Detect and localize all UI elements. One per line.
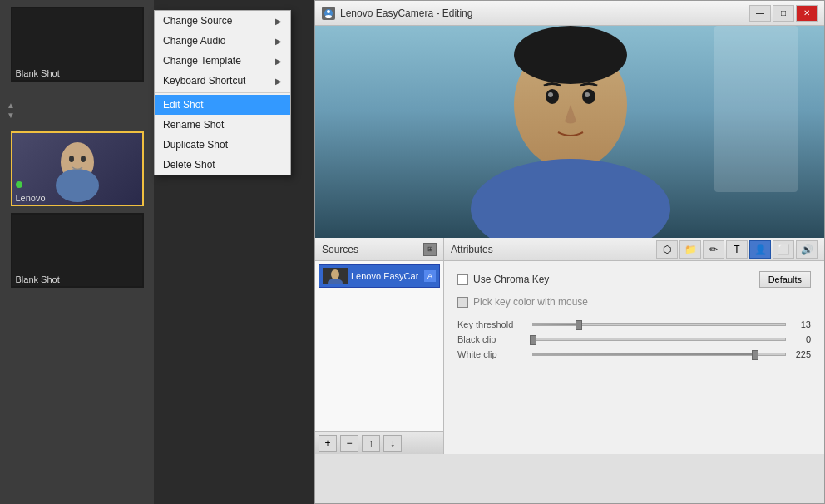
attributes-content: Use Chroma Key Defaults Pick key color w… [444,261,824,454]
shot-label-2: Lenovo [16,193,46,203]
menu-item-change-source[interactable]: Change Source ▶ [155,11,290,31]
title-bar-left: Lenovo EasyCamera - Editing [322,7,472,20]
chroma-key-label[interactable]: Use Chroma Key [457,274,549,285]
attr-icon-person[interactable]: 👤 [749,240,771,259]
svg-point-15 [585,92,590,97]
menu-item-rename-shot[interactable]: Rename Shot [155,115,290,135]
chroma-key-checkbox[interactable] [457,274,468,285]
source-thumb-svg [323,268,348,284]
svg-point-6 [325,15,332,18]
sources-toolbar: + − ↑ ↓ [315,431,443,454]
arrow-icon: ▶ [275,17,282,26]
white-clip-slider[interactable] [532,353,786,356]
attr-icon-tree[interactable]: ⬡ [656,240,678,259]
shot-label-3: Blank Shot [16,274,60,284]
move-down-button[interactable]: ↓ [383,435,402,452]
attributes-label: Attributes [451,244,493,255]
svg-point-5 [327,10,330,13]
svg-point-2 [69,156,74,162]
black-clip-slider[interactable] [532,338,786,341]
shots-panel: Blank Shot + ▲ ▼ Lenovo Blank Shot [0,0,154,504]
svg-point-14 [548,92,553,97]
source-thumbnail [323,268,348,284]
svg-point-3 [81,156,86,162]
menu-item-change-template[interactable]: Change Template ▶ [155,51,290,71]
sources-panel: Sources ⊞ Lenovo EasyCar A [315,238,444,454]
svg-point-17 [331,269,339,279]
sources-area: Sources ⊞ Lenovo EasyCar A [315,238,824,454]
context-menu: Change Source ▶ Change Audio ▶ Change Te… [154,10,291,175]
attr-icon-layout[interactable]: ⬜ [773,240,794,259]
white-clip-row: White clip 225 [457,349,811,359]
key-threshold-label: Key threshold [457,319,532,329]
svg-point-11 [514,26,627,84]
pick-color-row: Pick key color with mouse [457,296,811,308]
close-button[interactable]: ✕ [796,5,818,22]
key-threshold-row: Key threshold 13 [457,319,811,329]
pick-color-label[interactable]: Pick key color with mouse [457,296,588,308]
sources-expand-icon[interactable]: ⊞ [423,243,437,256]
menu-item-delete-shot[interactable]: Delete Shot [155,155,290,175]
defaults-button[interactable]: Defaults [759,271,811,288]
scroll-down-icon[interactable]: ▼ [7,111,15,120]
shot-item-1[interactable]: Blank Shot [11,7,144,82]
shot-item-2[interactable]: Lenovo [11,131,144,206]
scroll-up-icon[interactable]: ▲ [7,101,15,110]
arrow-icon: ▶ [275,37,282,46]
menu-item-duplicate-shot[interactable]: Duplicate Shot [155,135,290,155]
shot-label-1: Blank Shot [16,68,60,78]
attributes-panel: Attributes ⬡ 📁 ✏ T 👤 ⬜ 🔊 Use Chroma Key … [444,238,824,454]
source-lock-icon: A [424,270,436,282]
black-clip-row: Black clip 0 [457,334,811,344]
key-threshold-value: 13 [786,319,811,329]
svg-rect-8 [714,26,798,192]
active-indicator [16,181,22,188]
black-clip-label: Black clip [457,334,532,344]
menu-item-edit-shot[interactable]: Edit Shot [155,95,290,115]
shot-item-3[interactable]: Blank Shot [11,213,144,288]
source-item-1[interactable]: Lenovo EasyCar A [319,264,440,288]
sources-label: Sources [322,244,358,255]
remove-source-button[interactable]: − [340,435,358,452]
menu-item-keyboard-shortcut[interactable]: Keyboard Shortcut ▶ [155,71,290,91]
attr-icon-folder[interactable]: 📁 [679,240,701,259]
chroma-key-row: Use Chroma Key Defaults [457,271,811,288]
add-source-button[interactable]: + [319,435,337,452]
face-svg [44,136,111,202]
pick-color-checkbox[interactable] [457,297,468,308]
title-bar: Lenovo EasyCamera - Editing — □ ✕ [315,1,824,26]
attr-icon-text[interactable]: T [726,240,748,259]
source-name: Lenovo EasyCar [351,271,418,281]
key-threshold-thumb[interactable] [576,320,582,330]
video-svg [315,26,824,238]
window-title: Lenovo EasyCamera - Editing [340,7,472,19]
white-clip-label: White clip [457,349,532,359]
title-buttons: — □ ✕ [749,5,818,22]
attr-icon-edit[interactable]: ✏ [703,240,724,259]
arrow-icon: ▶ [275,77,282,86]
video-face [315,26,824,238]
sources-list: Lenovo EasyCar A [315,261,443,431]
black-clip-thumb[interactable] [530,335,536,345]
key-threshold-slider[interactable] [532,323,786,326]
maximize-button[interactable]: □ [773,5,794,22]
menu-separator-1 [155,92,290,93]
white-clip-value: 225 [786,349,811,359]
svg-point-1 [56,169,99,202]
video-preview [315,26,824,238]
sources-header: Sources ⊞ [315,238,443,261]
app-icon [322,7,335,20]
move-up-button[interactable]: ↑ [362,435,380,452]
minimize-button[interactable]: — [749,5,771,22]
main-window: Lenovo EasyCamera - Editing — □ ✕ [314,0,825,504]
black-clip-value: 0 [786,334,811,344]
attr-icon-audio[interactable]: 🔊 [796,240,818,259]
arrow-icon: ▶ [275,57,282,66]
white-clip-thumb[interactable] [752,350,758,360]
attributes-header: Attributes ⬡ 📁 ✏ T 👤 ⬜ 🔊 [444,238,824,261]
menu-item-change-audio[interactable]: Change Audio ▶ [155,31,290,51]
